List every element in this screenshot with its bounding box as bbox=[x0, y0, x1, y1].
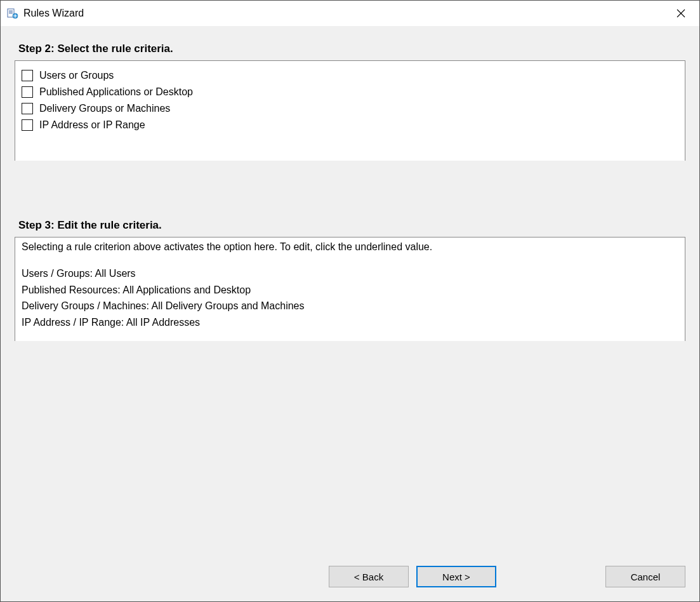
close-icon bbox=[677, 9, 685, 18]
checkbox-delivery-groups[interactable] bbox=[22, 103, 33, 114]
step3-line-resources: Published Resources: All Applications an… bbox=[22, 282, 678, 298]
svg-rect-9 bbox=[17, 16, 18, 17]
criteria-label: Users or Groups bbox=[39, 70, 114, 81]
criteria-label: IP Address or IP Range bbox=[39, 119, 145, 131]
svg-point-5 bbox=[15, 15, 17, 17]
checkbox-published-apps[interactable] bbox=[22, 86, 33, 98]
back-button[interactable]: < Back bbox=[329, 566, 409, 587]
wizard-footer: < Back Next > Cancel bbox=[15, 566, 685, 587]
criteria-row-published-apps[interactable]: Published Applications or Desktop bbox=[20, 84, 680, 100]
svg-rect-8 bbox=[13, 16, 15, 17]
checkbox-ip-range[interactable] bbox=[22, 119, 33, 131]
step2-panel: Users or Groups Published Applications o… bbox=[15, 60, 685, 161]
step2-heading: Step 2: Select the rule criteria. bbox=[18, 43, 685, 55]
titlebar: Rules Wizard bbox=[1, 1, 699, 26]
step3-line-ip: IP Address / IP Range: All IP Addresses bbox=[22, 314, 678, 331]
criteria-row-users-groups[interactable]: Users or Groups bbox=[20, 67, 680, 84]
step3-line-delivery: Delivery Groups / Machines: All Delivery… bbox=[22, 298, 678, 314]
step3-section: Step 3: Edit the rule criteria. Selectin… bbox=[15, 219, 685, 341]
criteria-row-ip-range[interactable]: IP Address or IP Range bbox=[20, 117, 680, 133]
step3-line-users: Users / Groups: All Users bbox=[22, 265, 678, 282]
criteria-label: Delivery Groups or Machines bbox=[39, 103, 170, 114]
window-title: Rules Wizard bbox=[23, 8, 668, 19]
criteria-row-delivery-groups[interactable]: Delivery Groups or Machines bbox=[20, 100, 680, 117]
cancel-button[interactable]: Cancel bbox=[605, 566, 685, 587]
criteria-label: Published Applications or Desktop bbox=[39, 86, 193, 98]
step3-instruction: Selecting a rule criterion above activat… bbox=[22, 241, 678, 253]
checkbox-users-groups[interactable] bbox=[22, 70, 33, 81]
next-button[interactable]: Next > bbox=[416, 566, 496, 587]
wizard-content: Step 2: Select the rule criteria. Users … bbox=[1, 26, 699, 601]
step3-heading: Step 3: Edit the rule criteria. bbox=[18, 219, 685, 232]
wizard-icon bbox=[7, 8, 18, 19]
svg-rect-7 bbox=[15, 17, 16, 18]
step3-panel: Selecting a rule criterion above activat… bbox=[15, 237, 685, 341]
svg-rect-6 bbox=[15, 14, 16, 15]
close-button[interactable] bbox=[668, 3, 694, 23]
